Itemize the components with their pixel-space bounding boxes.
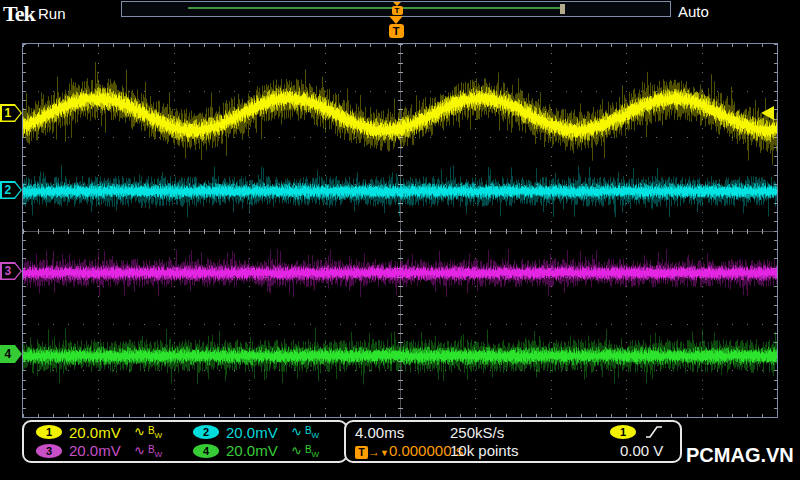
channel4-readout[interactable]: 4 20.0mV ∿BW xyxy=(185,442,342,461)
rising-edge-icon xyxy=(644,424,664,440)
channel4-marker-label: 4 xyxy=(0,345,16,363)
watermark: PCMAG.VN xyxy=(686,444,794,467)
trigger-source-readout[interactable]: 1 xyxy=(601,424,680,440)
channel2-scale: 20.0mV xyxy=(226,424,284,441)
channel1-badge[interactable]: 1 xyxy=(36,425,62,439)
ac-coupling-bandwidth-icon: ∿BW xyxy=(291,443,319,459)
channel2-readout[interactable]: 2 20.0mV ∿BW xyxy=(185,423,342,442)
right-arrow-icon: → xyxy=(368,445,380,459)
trigger-position-flag[interactable]: T xyxy=(388,16,404,38)
record-length-line xyxy=(188,7,560,9)
down-arrow-icon: ▼ xyxy=(380,448,389,458)
graticule xyxy=(22,43,778,418)
waveform-canvas xyxy=(23,44,777,417)
channel3-readout[interactable]: 3 20.0mV ∿BW xyxy=(28,442,185,461)
trigger-level-readout[interactable]: 0.00 V xyxy=(601,442,680,459)
record-view-bar[interactable]: T xyxy=(121,1,671,17)
tek-logo: Tek xyxy=(3,1,35,27)
horizontal-trigger-readout-box: 4.00ms 250kS/s 1 T→▼0.000000 s 10k point… xyxy=(344,420,682,463)
oscilloscope-screen: Tek Run Auto T T 1 2 3 4 1 20.0mV xyxy=(0,0,800,480)
channel3-marker-label: 3 xyxy=(0,262,16,280)
record-trigger-position-marker[interactable]: T xyxy=(391,2,403,15)
channel3-position-marker[interactable]: 3 xyxy=(0,262,22,280)
channel1-readout[interactable]: 1 20.0mV ∿BW xyxy=(28,423,185,442)
channel-readout-box: 1 20.0mV ∿BW 2 20.0mV ∿BW 3 20.0mV ∿BW 4… xyxy=(22,420,348,463)
trigger-mode-label: Auto xyxy=(678,3,709,20)
channel3-scale: 20.0mV xyxy=(69,442,127,459)
channel4-badge[interactable]: 4 xyxy=(193,444,219,458)
channel3-badge[interactable]: 3 xyxy=(36,444,62,458)
timebase-readout[interactable]: 4.00ms xyxy=(346,424,441,441)
ac-coupling-bandwidth-icon: ∿BW xyxy=(291,424,319,440)
ac-coupling-bandwidth-icon: ∿BW xyxy=(134,424,162,440)
trigger-time-readout[interactable]: T→▼0.000000 s xyxy=(346,442,441,459)
channel2-position-marker[interactable]: 2 xyxy=(0,181,22,199)
record-end-bracket xyxy=(560,4,565,14)
trigger-t-icon: T xyxy=(355,446,368,459)
channel2-marker-label: 2 xyxy=(0,181,16,199)
channel2-badge[interactable]: 2 xyxy=(193,425,219,439)
record-length-readout: 10k points xyxy=(441,442,601,459)
trigger-t-icon: T xyxy=(389,24,404,38)
acquisition-status: Run xyxy=(38,5,66,22)
trigger-t-icon: T xyxy=(392,6,403,15)
trigger-level-arrow[interactable] xyxy=(761,106,774,120)
sample-rate-readout: 250kS/s xyxy=(441,424,601,441)
ac-coupling-bandwidth-icon: ∿BW xyxy=(134,443,162,459)
channel1-marker-label: 1 xyxy=(0,104,16,122)
channel1-position-marker[interactable]: 1 xyxy=(0,104,22,122)
channel1-scale: 20.0mV xyxy=(69,424,127,441)
channel4-position-marker[interactable]: 4 xyxy=(0,345,22,363)
channel4-scale: 20.0mV xyxy=(226,442,284,459)
trigger-source-badge[interactable]: 1 xyxy=(610,425,636,439)
down-arrow-icon xyxy=(389,16,403,24)
